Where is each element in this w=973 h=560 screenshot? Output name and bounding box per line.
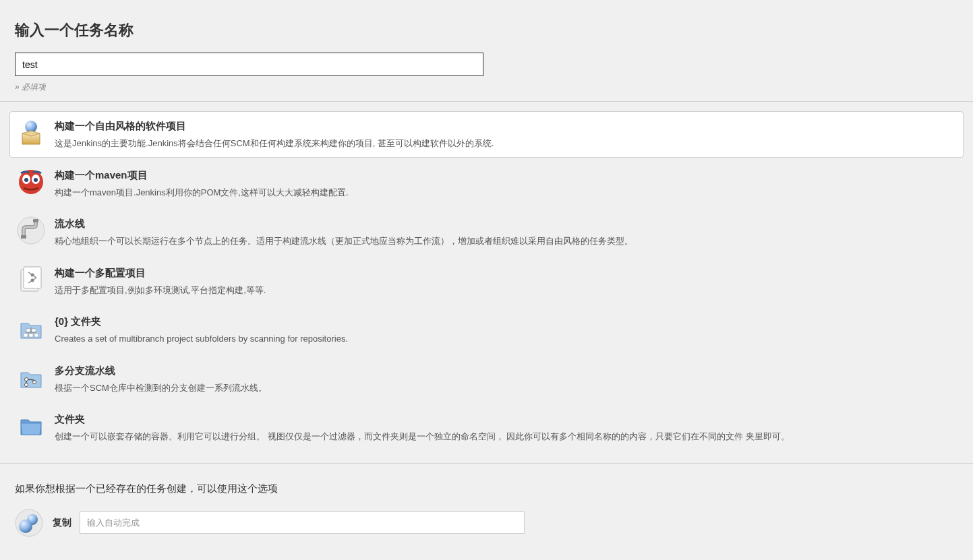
copy-section: 如果你想根据一个已经存在的任务创建，可以使用这个选项 复制 <box>0 463 973 551</box>
pipeline-icon <box>17 216 45 245</box>
svg-rect-16 <box>32 329 36 332</box>
category-desc: 根据一个SCM仓库中检测到的分支创建一系列流水线。 <box>55 381 956 395</box>
svg-point-22 <box>25 377 28 381</box>
svg-rect-17 <box>24 334 28 337</box>
category-item-folder[interactable]: 文件夹创建一个可以嵌套存储的容器。利用它可以进行分组。 视图仅仅是一个过滤器，而… <box>9 404 964 451</box>
category-item-freestyle[interactable]: 构建一个自由风格的软件项目这是Jenkins的主要功能.Jenkins将会结合任… <box>9 111 964 158</box>
svg-rect-10 <box>24 267 41 288</box>
category-item-multibranch[interactable]: 多分支流水线根据一个SCM仓库中检测到的分支创建一系列流水线。 <box>9 356 964 402</box>
category-title: 构建一个自由风格的软件项目 <box>55 120 956 133</box>
multiconfig-icon <box>17 266 45 294</box>
category-desc: 创建一个可以嵌套存储的容器。利用它可以进行分组。 视图仅仅是一个过滤器，而文件夹… <box>55 430 956 443</box>
svg-rect-7 <box>21 235 26 239</box>
category-desc: 构建一个maven项目.Jenkins利用你的POM文件,这样可以大大减轻构建配… <box>55 186 956 199</box>
maven-icon <box>17 168 45 196</box>
svg-point-4 <box>24 178 28 182</box>
svg-point-23 <box>25 383 28 386</box>
categories-list: 构建一个自由风格的软件项目这是Jenkins的主要功能.Jenkins将会结合任… <box>0 102 973 463</box>
svg-rect-15 <box>26 329 30 332</box>
multibranch-icon <box>17 363 45 392</box>
header-section: 输入一个任务名称 » 必填项 <box>0 0 973 102</box>
copy-from-input[interactable] <box>80 511 525 534</box>
category-item-multiconfig[interactable]: 构建一个多配置项目适用于多配置项目,例如多环境测试,平台指定构建,等等. <box>9 258 964 305</box>
category-item-pipeline[interactable]: 流水线精心地组织一个可以长期运行在多个节点上的任务。适用于构建流水线（更加正式地… <box>9 209 964 255</box>
category-title: 构建一个多配置项目 <box>55 267 956 280</box>
category-desc: 精心地组织一个可以长期运行在多个节点上的任务。适用于构建流水线（更加正式地应当称… <box>55 235 956 248</box>
category-title: 多分支流水线 <box>55 365 956 377</box>
required-hint: » 必填项 <box>15 82 958 93</box>
category-title: 流水线 <box>55 218 956 230</box>
category-title: 文件夹 <box>55 413 956 426</box>
copy-prompt: 如果你想根据一个已经存在的任务创建，可以使用这个选项 <box>15 483 958 495</box>
category-desc: 这是Jenkins的主要功能.Jenkins将会结合任何SCM和任何构建系统来构… <box>55 137 956 150</box>
category-item-orgfolder[interactable]: {0} 文件夹Creates a set of multibranch proj… <box>9 307 964 353</box>
category-desc: 适用于多配置项目,例如多环境测试,平台指定构建,等等. <box>55 284 956 297</box>
copy-icon <box>15 509 43 537</box>
page-title: 输入一个任务名称 <box>15 20 958 40</box>
svg-point-5 <box>34 178 38 182</box>
folder-icon <box>17 412 45 440</box>
svg-point-24 <box>33 380 36 383</box>
copy-label: 复制 <box>53 517 71 529</box>
category-title: {0} 文件夹 <box>55 315 956 328</box>
orgfolder-icon <box>17 314 45 342</box>
svg-point-28 <box>19 520 32 533</box>
item-name-input[interactable] <box>15 53 483 76</box>
category-title: 构建一个maven项目 <box>55 169 956 182</box>
category-item-maven[interactable]: 构建一个maven项目构建一个maven项目.Jenkins利用你的POM文件,… <box>9 160 964 207</box>
svg-rect-8 <box>33 219 38 222</box>
freestyle-icon <box>17 119 45 147</box>
category-desc: Creates a set of multibranch project sub… <box>55 332 956 346</box>
svg-rect-18 <box>29 334 33 337</box>
svg-rect-19 <box>34 334 38 337</box>
svg-point-1 <box>19 170 43 194</box>
